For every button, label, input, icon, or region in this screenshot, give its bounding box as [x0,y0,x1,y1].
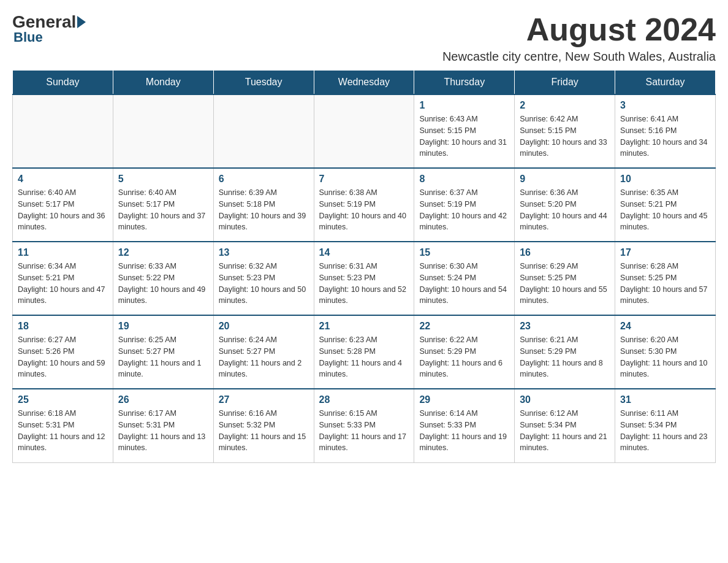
calendar-cell: 27Sunrise: 6:16 AM Sunset: 5:32 PM Dayli… [213,389,314,462]
day-info: Sunrise: 6:15 AM Sunset: 5:33 PM Dayligh… [319,408,409,454]
day-number: 12 [118,247,208,258]
calendar-cell: 17Sunrise: 6:28 AM Sunset: 5:25 PM Dayli… [615,242,716,315]
day-info: Sunrise: 6:42 AM Sunset: 5:15 PM Dayligh… [520,113,610,159]
day-info: Sunrise: 6:16 AM Sunset: 5:32 PM Dayligh… [219,408,309,454]
day-info: Sunrise: 6:22 AM Sunset: 5:29 PM Dayligh… [419,334,509,380]
calendar-table: SundayMondayTuesdayWednesdayThursdayFrid… [12,70,716,463]
day-number: 11 [18,247,108,258]
calendar-cell: 8Sunrise: 6:37 AM Sunset: 5:19 PM Daylig… [414,168,515,242]
day-number: 16 [520,247,610,258]
calendar-header-saturday: Saturday [615,71,716,95]
day-number: 4 [18,174,108,185]
day-info: Sunrise: 6:23 AM Sunset: 5:28 PM Dayligh… [319,334,409,380]
calendar-header-sunday: Sunday [13,71,113,95]
calendar-cell [113,94,213,168]
calendar-cell: 10Sunrise: 6:35 AM Sunset: 5:21 PM Dayli… [615,168,716,242]
calendar-week-row-4: 18Sunrise: 6:27 AM Sunset: 5:26 PM Dayli… [13,315,716,389]
day-info: Sunrise: 6:14 AM Sunset: 5:33 PM Dayligh… [419,408,509,454]
calendar-week-row-5: 25Sunrise: 6:18 AM Sunset: 5:31 PM Dayli… [13,389,716,462]
day-number: 22 [419,321,509,332]
calendar-cell: 21Sunrise: 6:23 AM Sunset: 5:28 PM Dayli… [314,315,414,389]
day-number: 30 [520,394,610,405]
day-info: Sunrise: 6:24 AM Sunset: 5:27 PM Dayligh… [219,334,309,380]
day-info: Sunrise: 6:35 AM Sunset: 5:21 PM Dayligh… [620,187,710,233]
day-info: Sunrise: 6:30 AM Sunset: 5:24 PM Dayligh… [419,261,509,307]
calendar-cell: 18Sunrise: 6:27 AM Sunset: 5:26 PM Dayli… [13,315,113,389]
day-number: 6 [219,174,309,185]
day-number: 23 [520,321,610,332]
title-section: August 2024 Newcastle city centre, New S… [442,12,716,64]
day-info: Sunrise: 6:12 AM Sunset: 5:34 PM Dayligh… [520,408,610,454]
calendar-cell: 7Sunrise: 6:38 AM Sunset: 5:19 PM Daylig… [314,168,414,242]
calendar-cell: 1Sunrise: 6:43 AM Sunset: 5:15 PM Daylig… [414,94,515,168]
calendar-header-wednesday: Wednesday [314,71,414,95]
calendar-week-row-1: 1Sunrise: 6:43 AM Sunset: 5:15 PM Daylig… [13,94,716,168]
calendar-cell: 29Sunrise: 6:14 AM Sunset: 5:33 PM Dayli… [414,389,515,462]
day-info: Sunrise: 6:27 AM Sunset: 5:26 PM Dayligh… [18,334,108,380]
calendar-cell: 4Sunrise: 6:40 AM Sunset: 5:17 PM Daylig… [13,168,113,242]
logo: General Blue [12,12,87,45]
calendar-header-friday: Friday [515,71,615,95]
day-number: 17 [620,247,710,258]
day-info: Sunrise: 6:38 AM Sunset: 5:19 PM Dayligh… [319,187,409,233]
day-info: Sunrise: 6:41 AM Sunset: 5:16 PM Dayligh… [620,113,710,159]
calendar-cell: 28Sunrise: 6:15 AM Sunset: 5:33 PM Dayli… [314,389,414,462]
day-info: Sunrise: 6:28 AM Sunset: 5:25 PM Dayligh… [620,261,710,307]
day-info: Sunrise: 6:43 AM Sunset: 5:15 PM Dayligh… [419,113,509,159]
calendar-cell: 14Sunrise: 6:31 AM Sunset: 5:23 PM Dayli… [314,242,414,315]
calendar-cell: 20Sunrise: 6:24 AM Sunset: 5:27 PM Dayli… [213,315,314,389]
day-number: 15 [419,247,509,258]
calendar-week-row-2: 4Sunrise: 6:40 AM Sunset: 5:17 PM Daylig… [13,168,716,242]
day-info: Sunrise: 6:18 AM Sunset: 5:31 PM Dayligh… [18,408,108,454]
day-number: 14 [319,247,409,258]
day-number: 1 [419,100,509,111]
calendar-cell: 26Sunrise: 6:17 AM Sunset: 5:31 PM Dayli… [113,389,213,462]
day-number: 18 [18,321,108,332]
month-title: August 2024 [442,12,716,47]
calendar-header-tuesday: Tuesday [213,71,314,95]
location-title: Newcastle city centre, New South Wales, … [442,50,716,64]
logo-arrow-icon [77,16,86,28]
day-info: Sunrise: 6:25 AM Sunset: 5:27 PM Dayligh… [118,334,208,380]
calendar-cell: 30Sunrise: 6:12 AM Sunset: 5:34 PM Dayli… [515,389,615,462]
day-number: 8 [419,174,509,185]
calendar-cell: 6Sunrise: 6:39 AM Sunset: 5:18 PM Daylig… [213,168,314,242]
calendar-header-monday: Monday [113,71,213,95]
calendar-cell: 24Sunrise: 6:20 AM Sunset: 5:30 PM Dayli… [615,315,716,389]
day-number: 21 [319,321,409,332]
day-number: 10 [620,174,710,185]
day-info: Sunrise: 6:40 AM Sunset: 5:17 PM Dayligh… [18,187,108,233]
day-info: Sunrise: 6:39 AM Sunset: 5:18 PM Dayligh… [219,187,309,233]
day-number: 2 [520,100,610,111]
calendar-cell: 5Sunrise: 6:40 AM Sunset: 5:17 PM Daylig… [113,168,213,242]
calendar-header-thursday: Thursday [414,71,515,95]
calendar-cell: 13Sunrise: 6:32 AM Sunset: 5:23 PM Dayli… [213,242,314,315]
day-info: Sunrise: 6:33 AM Sunset: 5:22 PM Dayligh… [118,261,208,307]
calendar-cell: 2Sunrise: 6:42 AM Sunset: 5:15 PM Daylig… [515,94,615,168]
calendar-cell [13,94,113,168]
day-info: Sunrise: 6:29 AM Sunset: 5:25 PM Dayligh… [520,261,610,307]
calendar-cell: 19Sunrise: 6:25 AM Sunset: 5:27 PM Dayli… [113,315,213,389]
day-info: Sunrise: 6:17 AM Sunset: 5:31 PM Dayligh… [118,408,208,454]
logo-blue-text: Blue [13,29,43,45]
day-number: 13 [219,247,309,258]
day-number: 7 [319,174,409,185]
calendar-week-row-3: 11Sunrise: 6:34 AM Sunset: 5:21 PM Dayli… [13,242,716,315]
day-info: Sunrise: 6:31 AM Sunset: 5:23 PM Dayligh… [319,261,409,307]
calendar-cell: 22Sunrise: 6:22 AM Sunset: 5:29 PM Dayli… [414,315,515,389]
calendar-cell [213,94,314,168]
day-info: Sunrise: 6:32 AM Sunset: 5:23 PM Dayligh… [219,261,309,307]
day-number: 19 [118,321,208,332]
day-number: 25 [18,394,108,405]
calendar-cell: 23Sunrise: 6:21 AM Sunset: 5:29 PM Dayli… [515,315,615,389]
day-info: Sunrise: 6:20 AM Sunset: 5:30 PM Dayligh… [620,334,710,380]
day-info: Sunrise: 6:40 AM Sunset: 5:17 PM Dayligh… [118,187,208,233]
day-number: 9 [520,174,610,185]
day-info: Sunrise: 6:36 AM Sunset: 5:20 PM Dayligh… [520,187,610,233]
day-info: Sunrise: 6:21 AM Sunset: 5:29 PM Dayligh… [520,334,610,380]
calendar-cell: 12Sunrise: 6:33 AM Sunset: 5:22 PM Dayli… [113,242,213,315]
day-number: 26 [118,394,208,405]
calendar-cell: 31Sunrise: 6:11 AM Sunset: 5:34 PM Dayli… [615,389,716,462]
calendar-cell: 15Sunrise: 6:30 AM Sunset: 5:24 PM Dayli… [414,242,515,315]
day-number: 20 [219,321,309,332]
